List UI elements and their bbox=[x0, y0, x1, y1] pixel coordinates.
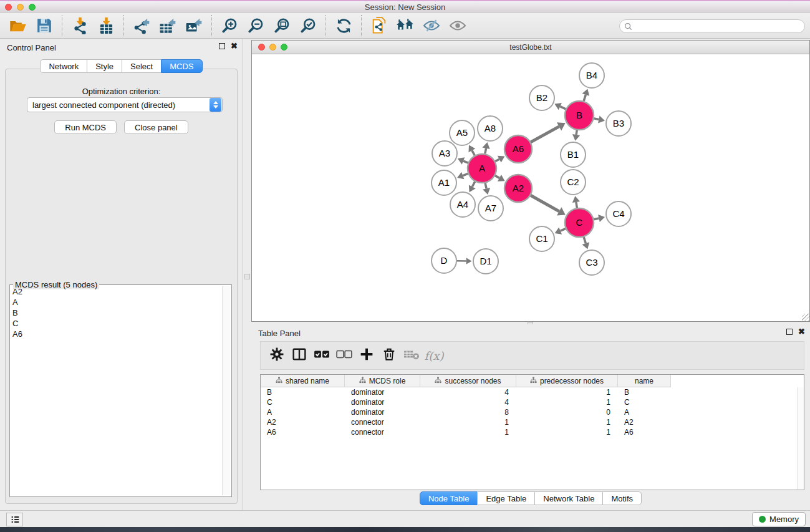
table-cell[interactable]: C bbox=[261, 397, 345, 407]
tab-edge-table[interactable]: Edge Table bbox=[477, 491, 535, 505]
edge-A-A3[interactable] bbox=[458, 157, 468, 164]
graph-node-B4[interactable]: B4 bbox=[579, 63, 604, 88]
refresh-layout-button[interactable] bbox=[330, 14, 357, 37]
float-panel-icon[interactable] bbox=[219, 43, 225, 49]
table-cell[interactable]: 4 bbox=[420, 397, 516, 407]
edge-B-B4[interactable] bbox=[582, 89, 589, 101]
new-network-from-selection-button[interactable] bbox=[366, 14, 392, 37]
table-cell[interactable]: A2 bbox=[261, 417, 345, 427]
table-row[interactable]: Adominator80A bbox=[261, 407, 804, 417]
zoom-out-button[interactable] bbox=[243, 14, 269, 37]
graph-node-C4[interactable]: C4 bbox=[606, 201, 631, 226]
column-header-MCDS-role[interactable]: MCDS role bbox=[345, 375, 420, 387]
graph-node-D1[interactable]: D1 bbox=[473, 249, 498, 274]
zoom-selected-button[interactable] bbox=[295, 14, 321, 37]
table-cell[interactable]: dominator bbox=[345, 407, 420, 417]
mcds-result-item[interactable]: A6 bbox=[11, 329, 221, 339]
graph-node-A6[interactable]: A6 bbox=[504, 135, 532, 163]
table-cell[interactable]: connector bbox=[345, 427, 420, 437]
delete-column-button[interactable] bbox=[378, 344, 400, 367]
edge-B-B3[interactable] bbox=[594, 115, 605, 123]
graph-node-C3[interactable]: C3 bbox=[579, 250, 604, 275]
table-cell[interactable]: dominator bbox=[345, 397, 420, 407]
edge-C-C1[interactable] bbox=[555, 227, 566, 234]
table-settings-button[interactable] bbox=[266, 344, 288, 367]
table-cell[interactable]: 1 bbox=[516, 417, 618, 427]
criterion-dropdown[interactable]: largest connected component (directed) bbox=[27, 97, 223, 112]
graph-node-A[interactable]: A bbox=[468, 154, 496, 183]
graph-node-A4[interactable]: A4 bbox=[450, 192, 475, 217]
graph-node-A3[interactable]: A3 bbox=[432, 141, 457, 166]
graph-node-B1[interactable]: B1 bbox=[561, 142, 586, 167]
table-cell[interactable]: 4 bbox=[420, 387, 516, 397]
table-cell[interactable]: connector bbox=[345, 417, 420, 427]
table-cell[interactable]: 1 bbox=[516, 387, 618, 397]
graph-node-A7[interactable]: A7 bbox=[478, 196, 503, 221]
vertical-divider-grip[interactable] bbox=[244, 274, 250, 279]
edge-A-A4[interactable] bbox=[469, 181, 476, 192]
table-row[interactable]: Cdominator41C bbox=[261, 397, 804, 407]
table-cell[interactable]: A bbox=[261, 407, 345, 417]
graph-node-B[interactable]: B bbox=[565, 101, 594, 130]
mcds-result-item[interactable]: C bbox=[11, 318, 221, 329]
export-table-button[interactable] bbox=[155, 14, 181, 37]
deselect-all-checkboxes-button[interactable] bbox=[333, 344, 355, 367]
run-mcds-button[interactable]: Run MCDS bbox=[54, 120, 117, 134]
close-panel-button[interactable]: Close panel bbox=[124, 120, 188, 134]
table-close-panel-icon[interactable]: ✖ bbox=[798, 329, 805, 335]
table-cell[interactable]: 1 bbox=[516, 427, 618, 437]
edge-A-A6[interactable] bbox=[495, 156, 504, 163]
first-neighbors-button[interactable] bbox=[392, 14, 418, 37]
mcds-result-item[interactable]: B bbox=[11, 307, 221, 318]
tab-style[interactable]: Style bbox=[87, 59, 122, 73]
export-image-button[interactable] bbox=[181, 14, 207, 37]
network-resize-grip[interactable] bbox=[802, 314, 809, 321]
tab-mcds[interactable]: MCDS bbox=[161, 59, 202, 73]
table-cell[interactable]: A6 bbox=[261, 427, 345, 437]
table-cell[interactable]: C bbox=[618, 397, 671, 407]
table-row[interactable]: Bdominator41B bbox=[261, 387, 804, 397]
graph-node-A8[interactable]: A8 bbox=[478, 116, 503, 141]
columns-view-button[interactable] bbox=[288, 344, 311, 367]
graph-node-C[interactable]: C bbox=[565, 208, 594, 237]
tab-select[interactable]: Select bbox=[122, 59, 162, 73]
edge-A-A5[interactable] bbox=[468, 145, 475, 155]
table-cell[interactable]: 0 bbox=[516, 407, 618, 417]
table-cell[interactable]: 1 bbox=[420, 417, 516, 427]
tab-network[interactable]: Network bbox=[40, 59, 87, 73]
mcds-result-scrollbar[interactable] bbox=[222, 286, 230, 495]
edge-A6-B[interactable] bbox=[531, 122, 566, 142]
edge-D-D1[interactable] bbox=[457, 258, 472, 264]
edge-C-C4[interactable] bbox=[594, 215, 605, 222]
hide-selected-button[interactable] bbox=[418, 14, 445, 37]
mcds-result-item[interactable]: A2 bbox=[11, 286, 221, 297]
table-cell[interactable]: A bbox=[618, 407, 671, 417]
column-header-predecessor-nodes[interactable]: predecessor nodes bbox=[516, 375, 618, 387]
graph-node-B3[interactable]: B3 bbox=[606, 111, 631, 136]
graph-node-C2[interactable]: C2 bbox=[561, 170, 586, 195]
graph-node-A2[interactable]: A2 bbox=[504, 175, 532, 202]
edge-A2-C[interactable] bbox=[531, 195, 566, 215]
table-cell[interactable]: 1 bbox=[516, 397, 618, 407]
select-all-checkboxes-button[interactable] bbox=[311, 344, 333, 367]
table-cell[interactable]: B bbox=[618, 387, 671, 397]
mcds-result-item[interactable]: A bbox=[11, 297, 221, 307]
table-cell[interactable]: B bbox=[261, 387, 345, 397]
column-header-shared-name[interactable]: shared name bbox=[261, 375, 345, 387]
close-panel-icon[interactable]: ✖ bbox=[231, 43, 238, 49]
show-all-button[interactable] bbox=[445, 14, 471, 37]
edge-A-A8[interactable] bbox=[483, 142, 490, 153]
open-file-button[interactable] bbox=[5, 14, 31, 37]
column-header-successor-nodes[interactable]: successor nodes bbox=[420, 375, 516, 387]
column-header-name[interactable]: name bbox=[618, 375, 671, 387]
table-cell[interactable]: A6 bbox=[618, 427, 671, 437]
tab-motifs[interactable]: Motifs bbox=[602, 491, 642, 505]
edge-C-C2[interactable] bbox=[572, 196, 580, 208]
table-cell[interactable]: 1 bbox=[420, 427, 516, 437]
edge-A-A1[interactable] bbox=[457, 172, 468, 180]
graph-node-A1[interactable]: A1 bbox=[432, 170, 456, 195]
table-row[interactable]: A6connector11A6 bbox=[261, 427, 804, 437]
graph-node-A5[interactable]: A5 bbox=[450, 120, 475, 145]
graph-node-D[interactable]: D bbox=[432, 248, 456, 273]
save-session-button[interactable] bbox=[31, 14, 57, 37]
